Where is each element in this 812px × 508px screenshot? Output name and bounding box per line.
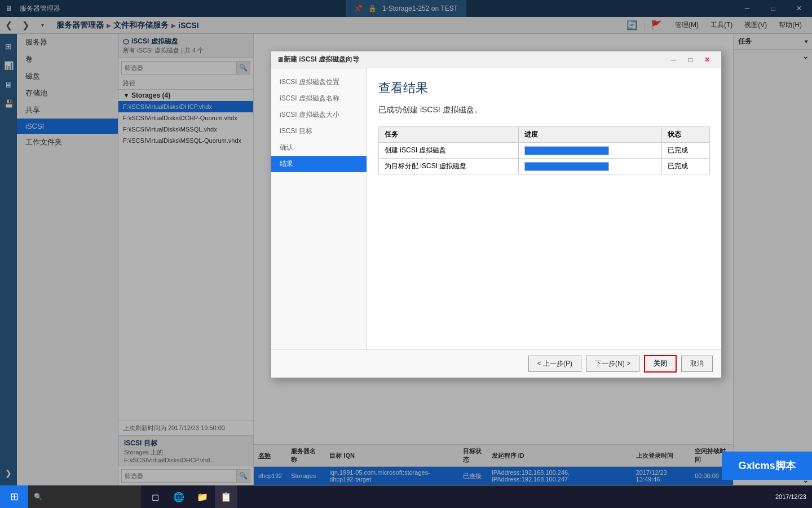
taskbar-app-taskview[interactable]: ◻ [144, 485, 166, 508]
result-table: 任务 进度 状态 创建 iSCSI 虚拟磁盘 已完成 [378, 126, 710, 174]
modal-content: 查看结果 已成功创建 iSCSI 虚拟磁盘。 任务 进度 状态 创建 iSCSI… [367, 68, 721, 349]
modal-title-bar: 🖥 新建 iSCSI 虚拟磁盘向导 ─ □ ✕ [271, 51, 721, 68]
result-col-task: 任务 [379, 127, 519, 143]
modal-body: iSCSI 虚拟磁盘位置 iSCSI 虚拟磁盘名称 iSCSI 虚拟磁盘大小 i… [271, 68, 721, 349]
progress-bar-container-1 [524, 162, 609, 171]
success-message: 已成功创建 iSCSI 虚拟磁盘。 [378, 105, 710, 115]
result-progress-0 [518, 143, 662, 159]
taskbar-right: 2017/12/23 [770, 493, 812, 500]
modal-heading: 查看结果 [378, 80, 710, 97]
taskbar-search[interactable]: 🔍 [28, 485, 141, 508]
cancel-button[interactable]: 取消 [681, 356, 713, 372]
taskbar-apps: ◻ 🌐 📁 📋 [141, 485, 240, 508]
modal-minimize[interactable]: ─ [665, 51, 682, 68]
taskbar-time: 2017/12/23 [775, 493, 806, 500]
modal-steps: iSCSI 虚拟磁盘位置 iSCSI 虚拟磁盘名称 iSCSI 虚拟磁盘大小 i… [271, 68, 367, 349]
next-button[interactable]: 下一步(N) > [586, 356, 639, 372]
modal-footer: < 上一步(P) 下一步(N) > 关闭 取消 [271, 349, 721, 378]
step-1[interactable]: iSCSI 虚拟磁盘名称 [271, 90, 367, 107]
wizard-modal: 🖥 新建 iSCSI 虚拟磁盘向导 ─ □ ✕ iSCSI 虚拟磁盘位置 iSC… [271, 51, 722, 378]
start-button[interactable]: ⊞ [0, 485, 28, 508]
progress-bar-fill-1 [525, 163, 608, 170]
step-2[interactable]: iSCSI 虚拟磁盘大小 [271, 107, 367, 123]
step-3[interactable]: iSCSI 目标 [271, 123, 367, 139]
taskbar: ⊞ 🔍 ◻ 🌐 📁 📋 2017/12/23 [0, 485, 812, 508]
progress-bar-fill-0 [525, 147, 608, 155]
result-row-0: 创建 iSCSI 虚拟磁盘 已完成 [379, 143, 710, 159]
taskbar-app-server[interactable]: 📋 [215, 485, 237, 508]
result-row-1: 为目标分配 iSCSI 虚拟磁盘 已完成 [379, 159, 710, 174]
taskbar-app-explorer[interactable]: 📁 [191, 485, 214, 508]
watermark: GxIcms脚本 [722, 452, 812, 480]
result-col-status: 状态 [662, 127, 710, 143]
result-task-1: 为目标分配 iSCSI 虚拟磁盘 [379, 159, 519, 174]
taskbar-app-ie[interactable]: 🌐 [167, 485, 190, 508]
step-4[interactable]: 确认 [271, 139, 367, 156]
result-status-0: 已完成 [662, 143, 710, 159]
modal-maximize[interactable]: □ [682, 51, 699, 68]
prev-button[interactable]: < 上一步(P) [528, 356, 581, 372]
result-col-progress: 进度 [518, 127, 662, 143]
search-icon-taskbar: 🔍 [34, 493, 42, 501]
progress-bar-container-0 [524, 146, 609, 155]
result-status-1: 已完成 [662, 159, 710, 174]
step-5[interactable]: 结果 [271, 156, 367, 172]
result-task-0: 创建 iSCSI 虚拟磁盘 [379, 143, 519, 159]
taskbar-date: 2017/12/23 [775, 493, 806, 500]
result-progress-1 [518, 159, 662, 174]
step-0[interactable]: iSCSI 虚拟磁盘位置 [271, 74, 367, 90]
modal-controls: ─ □ ✕ [665, 51, 716, 68]
modal-title-icon: 🖥 [277, 56, 284, 64]
modal-close[interactable]: ✕ [699, 51, 716, 68]
close-wizard-button[interactable]: 关闭 [644, 355, 677, 373]
modal-title-text: 新建 iSCSI 虚拟磁盘向导 [284, 55, 359, 64]
